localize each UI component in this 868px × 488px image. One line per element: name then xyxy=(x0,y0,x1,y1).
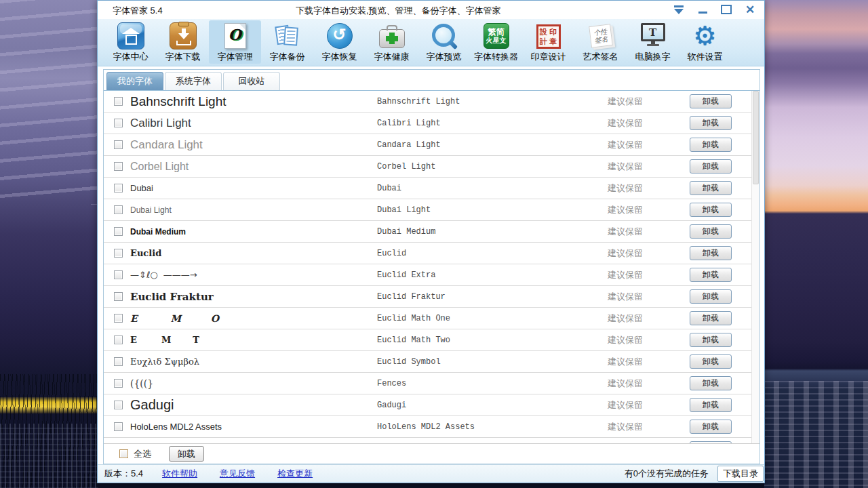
row-checkbox[interactable] xyxy=(114,292,123,301)
row-checkbox[interactable] xyxy=(114,227,123,236)
font-name: Euclid Math Two xyxy=(377,336,608,345)
uninstall-button[interactable]: 卸载 xyxy=(690,138,732,152)
converter-icon: 繁简 火星文 xyxy=(484,23,509,49)
uninstall-button[interactable]: 卸载 xyxy=(690,181,732,195)
app-window: 字体管家 5.4 下载字体自动安装,预览、管理、备份字体、字体管家 ✕ 字体中心 xyxy=(97,0,765,483)
row-checkbox[interactable] xyxy=(114,184,123,192)
row-checkbox[interactable] xyxy=(114,119,123,127)
font-preview: Ευχλιδ Σψμβολ xyxy=(130,357,377,367)
font-preview: Euclid Fraktur xyxy=(130,291,377,303)
table-row: ({((} Fences 建议保留 卸载 xyxy=(104,373,751,394)
restore-icon: ↺ xyxy=(327,23,353,49)
font-preview: ({((} xyxy=(130,378,377,389)
font-preview: Candara Light xyxy=(130,138,377,152)
row-checkbox[interactable] xyxy=(114,422,123,431)
row-checkbox[interactable] xyxy=(114,357,123,366)
backup-pages-icon xyxy=(274,22,301,49)
uninstall-button[interactable]: 卸载 xyxy=(690,333,732,347)
row-checkbox[interactable] xyxy=(114,401,123,409)
uninstall-button[interactable]: 卸载 xyxy=(690,246,732,260)
uninstall-button[interactable]: 卸载 xyxy=(690,159,732,174)
signature-icon: 个性 签名 xyxy=(589,24,613,48)
gear-icon: ⚙ xyxy=(692,22,719,49)
uninstall-button[interactable]: 卸载 xyxy=(690,94,732,108)
toolbar-item-art-signature[interactable]: 个性 签名 艺术签名 xyxy=(574,20,627,64)
font-preview: Euclid xyxy=(130,248,377,258)
desktop-wallpaper-left xyxy=(0,0,98,488)
row-checkbox[interactable] xyxy=(114,97,123,106)
tab-my-fonts[interactable]: 我的字体 xyxy=(106,72,163,90)
font-list: Bahnschrift Light Bahnschrift Light 建议保留… xyxy=(104,91,751,445)
row-checkbox[interactable] xyxy=(114,162,123,171)
table-row: E M T Euclid Math Two 建议保留 卸载 xyxy=(104,329,751,351)
table-row: Gadugi Gadugi 建议保留 卸载 xyxy=(104,394,751,416)
font-preview: Bahnschrift Light xyxy=(130,94,377,109)
toolbar-item-pc-font-change[interactable]: T 电脑换字 xyxy=(627,20,679,64)
font-preview: Calibri Light xyxy=(130,117,377,130)
status-label: 建议保留 xyxy=(608,399,690,411)
tab-system-fonts[interactable]: 系统字体 xyxy=(165,72,222,90)
uninstall-button[interactable]: 卸载 xyxy=(690,376,732,390)
feedback-link[interactable]: 意见反馈 xyxy=(220,468,255,480)
row-checkbox[interactable] xyxy=(114,336,123,344)
row-checkbox[interactable] xyxy=(114,205,123,214)
font-preview: E M T xyxy=(130,335,377,345)
font-name: Bahnschrift Light xyxy=(377,97,608,106)
uninstall-button[interactable]: 卸载 xyxy=(690,420,732,434)
help-link[interactable]: 软件帮助 xyxy=(162,468,197,480)
uninstall-button[interactable]: 卸载 xyxy=(690,354,732,369)
status-label: 建议保留 xyxy=(608,378,690,390)
status-label: 建议保留 xyxy=(608,182,690,195)
skin-dropdown-icon[interactable] xyxy=(671,3,686,16)
font-name: Fences xyxy=(377,379,608,388)
toolbar-item-seal-design[interactable]: 設 印 計 章 印章设计 xyxy=(522,20,574,64)
uninstall-button[interactable]: 卸载 xyxy=(690,311,732,325)
scrollbar-thumb[interactable] xyxy=(753,91,759,184)
close-icon[interactable]: ✕ xyxy=(743,3,757,16)
toolbar-item-font-download[interactable]: 字体下载 xyxy=(157,20,209,64)
scrollbar[interactable] xyxy=(751,91,760,445)
list-footer: 全选 卸载 xyxy=(104,443,760,464)
toolbar-item-font-manage[interactable]: O 字体管理 xyxy=(209,20,261,64)
row-checkbox[interactable] xyxy=(114,379,123,388)
check-update-link[interactable]: 检查更新 xyxy=(277,468,313,480)
font-name: Euclid Fraktur xyxy=(377,292,608,302)
toolbar-item-font-converter[interactable]: 繁简 火星文 字体转换器 xyxy=(470,20,522,64)
toolbar-item-font-restore[interactable]: ↺ 字体恢复 xyxy=(313,20,366,64)
table-row: Dubai Dubai 建议保留 卸载 xyxy=(104,178,751,199)
uninstall-button[interactable]: 卸载 xyxy=(690,224,732,239)
water-reflections xyxy=(0,424,98,488)
uninstall-button[interactable]: 卸载 xyxy=(690,203,732,217)
table-row: Bahnschrift Light Bahnschrift Light 建议保留… xyxy=(104,91,751,113)
row-checkbox[interactable] xyxy=(114,314,123,323)
window-title: 字体管家 5.4 xyxy=(113,5,163,17)
status-label: 建议保留 xyxy=(608,312,690,325)
font-name: Dubai Light xyxy=(377,205,608,215)
tab-recycle-bin[interactable]: 回收站 xyxy=(223,72,280,90)
home-icon xyxy=(117,22,144,49)
first-aid-icon xyxy=(379,29,405,48)
toolbar-item-font-preview[interactable]: 字体预览 xyxy=(418,20,470,64)
toolbar-item-font-health[interactable]: 字体健康 xyxy=(366,20,418,64)
download-directory-button[interactable]: 下载目录 xyxy=(717,466,764,482)
uninstall-button[interactable]: 卸载 xyxy=(690,116,732,130)
row-checkbox[interactable] xyxy=(114,140,123,149)
status-bar: 版本：5.4 软件帮助 意见反馈 检查更新 有0个没有完成的任务 下载目录 xyxy=(98,464,764,483)
toolbar-item-font-backup[interactable]: 字体备份 xyxy=(261,20,313,64)
toolbar-item-font-center[interactable]: 字体中心 xyxy=(104,20,157,64)
font-name: Dubai xyxy=(377,184,608,193)
toolbar-item-settings[interactable]: ⚙ 软件设置 xyxy=(679,20,731,64)
uninstall-button[interactable]: 卸载 xyxy=(690,268,732,282)
uninstall-button[interactable]: 卸载 xyxy=(690,398,732,412)
maximize-icon[interactable] xyxy=(719,3,734,16)
row-checkbox[interactable] xyxy=(114,249,123,258)
desktop-wallpaper-right xyxy=(764,0,868,488)
content-panel: 我的字体 系统字体 回收站 Bahnschrift Light Bahnschr… xyxy=(103,69,760,464)
footer-uninstall-button[interactable]: 卸载 xyxy=(169,446,204,462)
select-all-checkbox[interactable] xyxy=(119,449,128,458)
font-preview: Dubai xyxy=(130,183,377,193)
minimize-icon[interactable] xyxy=(695,3,710,16)
row-checkbox[interactable] xyxy=(114,270,123,279)
font-name: Corbel Light xyxy=(377,162,608,171)
uninstall-button[interactable]: 卸载 xyxy=(690,289,732,304)
